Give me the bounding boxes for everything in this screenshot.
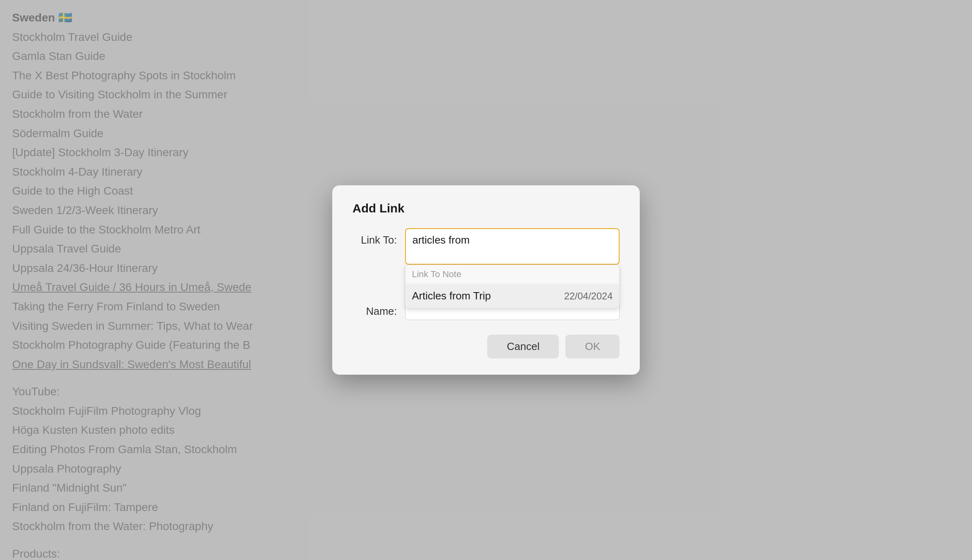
dialog-buttons: Cancel OK <box>352 335 620 358</box>
link-to-input-wrapper: articles from Link To Note Articles from… <box>405 228 620 265</box>
link-to-input[interactable]: articles from <box>405 228 620 265</box>
link-to-label: Link To: <box>352 228 405 246</box>
link-to-row: Link To: articles from Link To Note Arti… <box>352 228 620 265</box>
cancel-button[interactable]: Cancel <box>487 335 559 358</box>
dropdown-item-name: Articles from Trip <box>412 290 491 302</box>
name-label: Name: <box>352 299 405 318</box>
dialog-title: Add Link <box>352 202 620 215</box>
dialog-overlay: Add Link Link To: articles from Link To … <box>0 0 972 560</box>
dropdown-item[interactable]: Articles from Trip 22/04/2024 <box>405 284 619 308</box>
ok-button[interactable]: OK <box>565 335 620 358</box>
dropdown-header: Link To Note <box>405 265 619 284</box>
add-link-dialog: Add Link Link To: articles from Link To … <box>332 185 640 375</box>
link-to-dropdown: Link To Note Articles from Trip 22/04/20… <box>405 265 620 308</box>
dropdown-item-date: 22/04/2024 <box>564 291 613 302</box>
